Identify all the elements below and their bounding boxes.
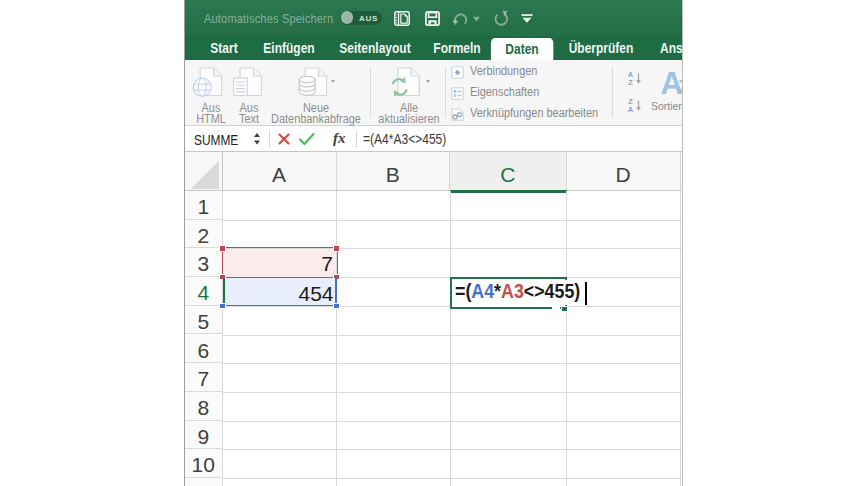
sort-big-letter-z: Z (678, 76, 683, 98)
column-header-c[interactable]: C (450, 152, 567, 191)
formula-token-a4: A4 (471, 280, 494, 302)
verknuepfungen-bearbeiten-button[interactable]: Verknüpfungen bearbeiten (451, 107, 464, 121)
verknuepfungen-bearbeiten-label: Verknüpfungen bearbeiten (470, 106, 598, 120)
aus-html-button[interactable]: Aus HTML (194, 65, 227, 126)
aus-text-label: Aus Text (236, 103, 261, 126)
formula-token: <>455) (524, 280, 580, 302)
autosave-label: Automatisches Speichern (204, 11, 333, 26)
verbindungen-label: Verbindungen (470, 64, 537, 78)
tab-formeln[interactable]: Formeln (433, 36, 480, 60)
edit-links-icon (451, 108, 464, 121)
row-header-6[interactable]: 6 (185, 335, 223, 364)
tab-seitenlayout[interactable]: Seitenlayout (339, 36, 410, 60)
text-cursor (585, 282, 587, 305)
aus-text-button[interactable]: Aus Text (235, 65, 262, 126)
autosave-toggle-state: AUS (359, 14, 378, 23)
autosave-toggle-knob (341, 11, 354, 24)
a3-handle-top-right[interactable] (333, 245, 340, 252)
formula-bar: SUMME fx =(A4*A3<>455) (185, 127, 682, 152)
tab-daten[interactable]: Daten (491, 38, 553, 61)
column-header-b[interactable]: B (337, 152, 451, 191)
name-box[interactable]: SUMME (194, 132, 238, 148)
gridline (223, 392, 684, 393)
row-header-3[interactable]: 3 (185, 248, 223, 277)
row-header-4[interactable]: 4 (185, 277, 223, 306)
ribbon-separator (370, 67, 371, 118)
neue-datenbankabfrage-button[interactable]: Neue Datenbankabfrage (267, 65, 366, 126)
row-header-1[interactable]: 1 (185, 191, 223, 220)
tab-ansicht[interactable]: Ansicht (660, 36, 683, 60)
formula-token: =( (455, 280, 471, 302)
row-header-5[interactable]: 5 (185, 306, 223, 335)
formula-bar-divider (356, 131, 357, 147)
name-box-stepper[interactable] (251, 130, 263, 148)
autosave-toggle[interactable]: AUS (340, 11, 382, 25)
formula-token-a3: A3 (501, 280, 524, 302)
excel-window: Automatisches Speichern AUS (184, 0, 683, 486)
gridline (223, 449, 684, 450)
gridline (223, 421, 684, 422)
gridline (223, 478, 684, 479)
gridline (680, 191, 681, 486)
ribbon-tab-bar: Start Einfügen Seitenlayout Formeln Date… (185, 36, 682, 60)
ribbon: Aus HTML Aus Text Neu (185, 60, 682, 126)
a4-handle-bottom-left[interactable] (219, 303, 226, 310)
customize-toolbar-icon[interactable] (521, 13, 533, 24)
undo-icon[interactable] (452, 10, 468, 26)
new-workbook-icon[interactable] (394, 11, 410, 26)
formula-token: * (494, 280, 501, 302)
column-header-d[interactable]: D (567, 152, 681, 191)
fill-handle-gap (552, 306, 560, 309)
column-header-a[interactable]: A (223, 152, 337, 191)
sortieren-button[interactable]: A Z (659, 67, 683, 99)
gridline (223, 363, 684, 364)
formula-input[interactable]: =(A4*A3<>455) (363, 131, 446, 147)
row-header-10[interactable]: 10 (185, 449, 223, 478)
row-header-11-sliver[interactable] (185, 478, 223, 486)
save-icon[interactable] (425, 11, 440, 26)
select-all-corner[interactable] (185, 152, 223, 191)
gridline (223, 335, 684, 336)
eigenschaften-label: Eigenschaften (470, 85, 539, 99)
a4-handle-bottom-right[interactable] (333, 303, 340, 310)
sort-az-ascending-icon: A Z (626, 70, 654, 86)
undo-dropdown-icon[interactable] (472, 16, 481, 22)
eigenschaften-button[interactable]: Eigenschaften (451, 86, 464, 100)
alle-aktualisieren-button[interactable]: Alle aktualisieren (375, 65, 442, 126)
function-icon[interactable]: fx (333, 130, 346, 147)
gridline (223, 220, 684, 221)
select-all-triangle (189, 159, 220, 190)
gridline (566, 191, 567, 486)
row-header-2[interactable]: 2 (185, 220, 223, 249)
a3-handle-top-left[interactable] (219, 245, 226, 252)
spreadsheet-grid: A B C D 1 2 3 4 5 6 7 8 9 10 (185, 152, 682, 486)
row-header-7[interactable]: 7 (185, 363, 223, 392)
connections-icon (451, 66, 464, 79)
datenbankabfrage-dropdown-icon[interactable] (331, 80, 335, 83)
tab-ueberpruefen[interactable]: Überprüfen (569, 36, 634, 60)
cell-c4-formula-input[interactable]: =(A4*A3<>455) (455, 280, 584, 305)
sort-letter: Z (628, 78, 633, 86)
properties-icon (451, 87, 464, 100)
sort-dialog-icon: A Z (659, 67, 683, 99)
confirm-icon[interactable] (298, 132, 316, 146)
row-header-9[interactable]: 9 (185, 421, 223, 450)
sort-letter: A (628, 105, 634, 113)
sort-ascending-button[interactable]: A Z (626, 70, 656, 84)
row-header-8[interactable]: 8 (185, 392, 223, 421)
database-page-icon (298, 67, 328, 97)
cell-a3-value: 7 (223, 252, 333, 276)
verbindungen-button[interactable]: Verbindungen (451, 65, 464, 79)
refresh-page-icon (391, 67, 421, 97)
fill-handle[interactable] (561, 306, 568, 313)
formula-bar-divider (269, 130, 270, 148)
tab-einfuegen[interactable]: Einfügen (263, 36, 314, 60)
aktualisieren-dropdown-icon[interactable] (426, 80, 430, 83)
redo-icon[interactable] (493, 9, 509, 26)
column-header-e-sliver[interactable] (681, 152, 684, 191)
tab-start[interactable]: Start (210, 36, 237, 60)
sortieren-label: Sortieren (651, 100, 683, 112)
title-bar: Automatisches Speichern AUS (185, 0, 682, 36)
cancel-icon[interactable] (277, 132, 291, 146)
gridline (450, 191, 451, 486)
